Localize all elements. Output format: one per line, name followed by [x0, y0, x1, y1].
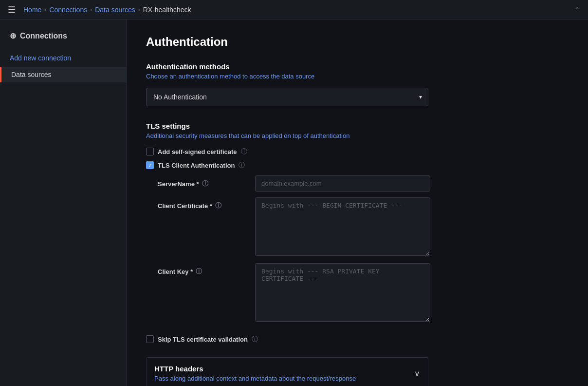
- topbar: ☰ Home › Connections › Data sources › RX…: [0, 0, 588, 19]
- tls-client-auth-row: TLS Client Authentication ⓘ: [146, 161, 569, 170]
- client-cert-info-icon[interactable]: ⓘ: [215, 201, 221, 210]
- sidebar-item-add-connection[interactable]: Add new connection: [0, 50, 126, 66]
- http-headers-header: HTTP headers Pass along additional conte…: [154, 365, 420, 382]
- connections-icon: ⊕: [10, 31, 16, 40]
- server-name-input-cell: [255, 175, 569, 192]
- client-key-label-cell: Client Key * ⓘ: [158, 263, 255, 276]
- sidebar: ⊕ Connections Add new connection Data so…: [0, 19, 127, 386]
- client-cert-input[interactable]: [255, 197, 430, 256]
- breadcrumb-sep-3: ›: [138, 6, 140, 13]
- client-cert-row: Client Certificate * ⓘ: [158, 197, 569, 257]
- client-key-input-cell: [255, 263, 569, 323]
- tls-settings-section: TLS settings Additional security measure…: [146, 122, 569, 323]
- skip-tls-row: Skip TLS certificate validation ⓘ: [146, 335, 569, 344]
- layout: ⊕ Connections Add new connection Data so…: [0, 19, 588, 386]
- sidebar-title: ⊕ Connections: [0, 31, 126, 50]
- self-signed-info-icon[interactable]: ⓘ: [241, 147, 247, 156]
- http-headers-desc: Pass along additional context and metada…: [154, 375, 356, 382]
- breadcrumb-connections[interactable]: Connections: [49, 6, 87, 14]
- client-key-label: Client Key *: [158, 268, 193, 275]
- client-cert-label: Client Certificate *: [158, 202, 212, 210]
- server-name-label: ServerName *: [158, 180, 199, 188]
- tls-client-auth-info-icon[interactable]: ⓘ: [239, 161, 245, 170]
- auth-methods-section: Authentication methods Choose an authent…: [146, 62, 569, 106]
- http-headers-chevron-icon[interactable]: ∨: [414, 369, 420, 378]
- client-cert-label-cell: Client Certificate * ⓘ: [158, 197, 255, 210]
- menu-icon[interactable]: ☰: [8, 4, 16, 15]
- page-title: Authentication: [146, 35, 569, 49]
- breadcrumb-datasources[interactable]: Data sources: [95, 6, 135, 14]
- client-cert-input-cell: [255, 197, 569, 257]
- breadcrumb-sep-2: ›: [90, 6, 92, 13]
- skip-tls-checkbox[interactable]: [146, 335, 154, 343]
- server-name-row: ServerName * ⓘ: [158, 175, 569, 192]
- main-content: Authentication Authentication methods Ch…: [127, 19, 588, 386]
- auth-dropdown-wrapper: No Authentication Basic Authentication B…: [146, 88, 428, 106]
- http-headers-title-group: HTTP headers Pass along additional conte…: [154, 365, 356, 382]
- skip-tls-info-icon[interactable]: ⓘ: [252, 335, 258, 344]
- breadcrumb-home[interactable]: Home: [23, 6, 41, 14]
- auth-methods-desc: Choose an authentication method to acces…: [146, 73, 569, 80]
- client-key-info-icon[interactable]: ⓘ: [196, 267, 202, 276]
- auth-method-select[interactable]: No Authentication Basic Authentication B…: [147, 88, 428, 106]
- tls-client-auth-label: TLS Client Authentication: [158, 162, 235, 169]
- breadcrumb: Home › Connections › Data sources › RX-h…: [23, 6, 191, 14]
- skip-tls-label: Skip TLS certificate validation: [158, 336, 248, 343]
- server-name-label-cell: ServerName * ⓘ: [158, 175, 255, 188]
- client-key-input[interactable]: [255, 263, 430, 322]
- http-headers-title: HTTP headers: [154, 365, 356, 373]
- sidebar-item-data-sources[interactable]: Data sources: [0, 67, 126, 82]
- auth-dropdown-container: No Authentication Basic Authentication B…: [147, 88, 428, 106]
- breadcrumb-sep-1: ›: [44, 6, 46, 13]
- server-name-info-icon[interactable]: ⓘ: [202, 179, 208, 188]
- sidebar-title-label: Connections: [20, 32, 67, 40]
- http-headers-section[interactable]: HTTP headers Pass along additional conte…: [146, 357, 428, 386]
- breadcrumb-current: RX-healthcheck: [143, 6, 191, 14]
- server-name-input[interactable]: [255, 175, 430, 192]
- topbar-collapse[interactable]: ⌃: [574, 6, 580, 14]
- tls-section-desc: Additional security measures that can be…: [146, 132, 569, 139]
- self-signed-checkbox[interactable]: [146, 148, 154, 155]
- self-signed-label: Add self-signed certificate: [158, 148, 237, 155]
- auth-methods-title: Authentication methods: [146, 62, 569, 71]
- tls-section-title: TLS settings: [146, 122, 569, 130]
- tls-fields: ServerName * ⓘ Client Certificate * ⓘ: [158, 175, 569, 323]
- self-signed-row: Add self-signed certificate ⓘ: [146, 147, 569, 156]
- client-key-row: Client Key * ⓘ: [158, 263, 569, 323]
- tls-client-auth-checkbox[interactable]: [146, 161, 154, 169]
